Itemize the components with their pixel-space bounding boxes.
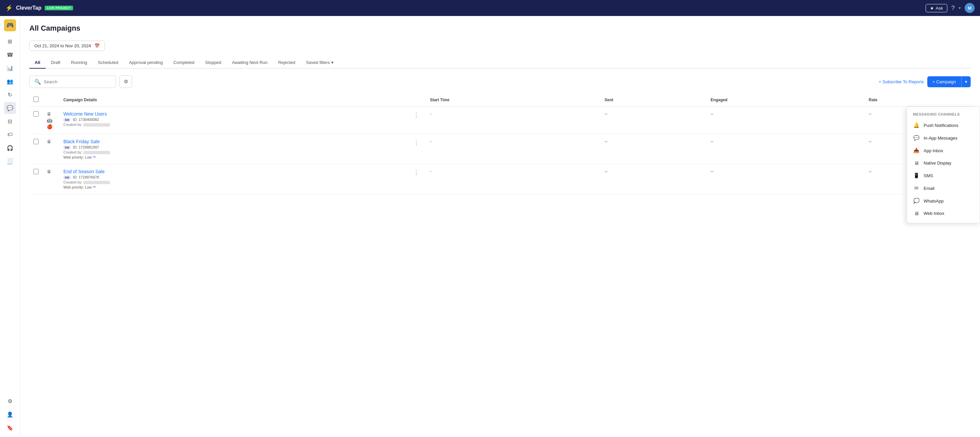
engaged-cell: -- bbox=[706, 106, 865, 134]
support-icon[interactable]: 🎧 bbox=[4, 142, 16, 154]
start-time-cell: - bbox=[426, 106, 601, 134]
campaign-created-by: Created by: bbox=[64, 123, 402, 127]
campaign-name-link[interactable]: End of Season Sale bbox=[64, 169, 402, 174]
tag-icon[interactable]: 🏷 bbox=[4, 128, 16, 141]
bookmark-icon[interactable]: 🔖 bbox=[4, 422, 16, 434]
tab-approval-pending[interactable]: Approval pending bbox=[124, 57, 168, 69]
people-icon[interactable]: 👤 bbox=[4, 408, 16, 420]
tab-all[interactable]: All bbox=[29, 57, 46, 69]
chart-icon[interactable]: 📊 bbox=[4, 62, 16, 74]
nav-chevron-button[interactable]: ▾ bbox=[959, 6, 961, 10]
row-menu-button[interactable]: ⋮ bbox=[410, 168, 422, 177]
web-inbox-item[interactable]: 🖥 Web Inbox bbox=[907, 207, 980, 220]
tab-scheduled[interactable]: Scheduled bbox=[92, 57, 123, 69]
row-checkbox[interactable] bbox=[33, 139, 39, 144]
campaign-name-link[interactable]: Welcome New Users bbox=[64, 111, 402, 117]
date-filter-label: Oct 21, 2024 to Nov 20, 2024 bbox=[34, 43, 91, 48]
search-actions-row: 🔍 ⚙ + Subscribe To Reports + Campaign ▾ bbox=[29, 75, 970, 88]
tab-rejected[interactable]: Rejected bbox=[273, 57, 301, 69]
sidebar-project-avatar[interactable]: 🎮 bbox=[4, 19, 16, 31]
tab-awaiting-next-run[interactable]: Awaiting Next Run bbox=[226, 57, 273, 69]
web-inbox-label: Web Inbox bbox=[924, 211, 944, 216]
settings-icon[interactable]: ⚙ bbox=[4, 395, 16, 407]
left-sidebar: 🎮 ⊞ ☎ 📊 👥 ↻ 💬 ⊟ 🏷 🎧 🧾 ⚙ 👤 🔖 bbox=[0, 16, 20, 437]
push-notifications-item[interactable]: 🔔 Push Notifications bbox=[907, 119, 980, 131]
campaign-dropdown-toggle[interactable]: ▾ bbox=[961, 76, 970, 87]
date-filter[interactable]: Oct 21, 2024 to Nov 20, 2024 📅 bbox=[29, 41, 105, 51]
sms-icon: 📱 bbox=[913, 173, 920, 179]
users-icon[interactable]: 👥 bbox=[4, 75, 16, 87]
refresh-icon[interactable]: ↻ bbox=[4, 89, 16, 101]
in-app-messages-icon: 💬 bbox=[913, 135, 920, 141]
subscribe-to-reports-button[interactable]: + Subscribe To Reports bbox=[878, 79, 924, 84]
dashboard-icon[interactable]: ⊞ bbox=[4, 35, 16, 47]
native-display-label: Native Display bbox=[924, 160, 951, 166]
add-campaign-button[interactable]: + Campaign bbox=[927, 76, 961, 87]
chevron-down-icon: ▾ bbox=[331, 60, 334, 65]
engaged-cell: -- bbox=[706, 134, 865, 164]
native-display-item[interactable]: 🖥 Native Display bbox=[907, 157, 980, 169]
sm-badge: SM bbox=[64, 176, 71, 179]
sent-cell: -- bbox=[601, 106, 707, 134]
ask-button[interactable]: ★ Ask bbox=[926, 4, 947, 12]
tab-completed[interactable]: Completed bbox=[168, 57, 200, 69]
web-inbox-icon: 🖥 bbox=[913, 211, 920, 216]
sms-label: SMS bbox=[924, 173, 933, 178]
email-icon: ✉ bbox=[913, 185, 920, 191]
apple-icon: 🍎 bbox=[47, 124, 56, 129]
phone-icon[interactable]: ☎ bbox=[4, 49, 16, 61]
campaigns-table: Campaign Details Start Time Sent Engaged… bbox=[29, 93, 970, 194]
whatsapp-icon: 💭 bbox=[913, 198, 920, 204]
campaign-name-link[interactable]: Black Friday Sale bbox=[64, 139, 402, 144]
filter-icon: ⚙ bbox=[124, 79, 128, 85]
rate-col-header: Rate bbox=[865, 93, 970, 106]
star-icon: ★ bbox=[930, 6, 934, 11]
search-input[interactable] bbox=[44, 79, 111, 84]
native-display-icon: 🖥 bbox=[913, 160, 920, 166]
search-box[interactable]: 🔍 bbox=[29, 76, 116, 88]
filter-button[interactable]: ⚙ bbox=[119, 75, 132, 88]
nav-right: ★ Ask ? ▾ M bbox=[926, 3, 975, 13]
tab-stopped[interactable]: Stopped bbox=[200, 57, 226, 69]
tab-saved-filters[interactable]: Saved filters ▾ bbox=[301, 57, 339, 69]
select-all-checkbox[interactable] bbox=[33, 97, 39, 102]
logo-icon: ⚡ bbox=[5, 4, 13, 12]
tab-running[interactable]: Running bbox=[66, 57, 92, 69]
channel-col-header bbox=[43, 93, 59, 106]
receipt-icon[interactable]: 🧾 bbox=[4, 155, 16, 167]
whatsapp-item[interactable]: 💭 WhatsApp bbox=[907, 195, 980, 207]
in-app-messages-item[interactable]: 💬 In-App Messages bbox=[907, 131, 980, 144]
android-icon: 🤖 bbox=[47, 117, 56, 123]
sidebar-bottom: ⚙ 👤 🔖 bbox=[4, 395, 16, 437]
messaging-channels-dropdown: Messaging Channels 🔔 Push Notifications … bbox=[907, 106, 980, 223]
help-button[interactable]: ? bbox=[951, 5, 955, 12]
whatsapp-label: WhatsApp bbox=[924, 198, 943, 204]
actions-col-header bbox=[407, 93, 426, 106]
search-icon: 🔍 bbox=[34, 79, 41, 85]
row-menu-button[interactable]: ⋮ bbox=[410, 110, 422, 120]
start-time-cell: - bbox=[426, 164, 601, 194]
layout-icon[interactable]: ⊟ bbox=[4, 115, 16, 127]
avatar[interactable]: M bbox=[965, 3, 975, 13]
sent-cell: -- bbox=[601, 134, 707, 164]
campaign-created-by: Created by: bbox=[64, 150, 402, 154]
edit-icon[interactable]: ✏ bbox=[93, 155, 96, 159]
page-title: All Campaigns bbox=[29, 24, 970, 33]
row-checkbox[interactable] bbox=[33, 111, 39, 117]
campaigns-icon[interactable]: 💬 bbox=[4, 102, 16, 114]
row-menu-button[interactable]: ⋮ bbox=[410, 138, 422, 147]
tab-draft[interactable]: Draft bbox=[46, 57, 66, 69]
engaged-col-header: Engaged bbox=[706, 93, 865, 106]
edit-icon[interactable]: ✏ bbox=[93, 185, 96, 189]
campaign-details-col-header: Campaign Details bbox=[59, 93, 407, 106]
monitor-icon: 🖥 bbox=[47, 111, 56, 117]
monitor-icon: 🖥 bbox=[47, 139, 56, 144]
saved-filters-label: Saved filters bbox=[306, 60, 330, 65]
channel-icons: 🖥 bbox=[47, 169, 56, 174]
row-checkbox[interactable] bbox=[33, 169, 39, 174]
sms-item[interactable]: 📱 SMS bbox=[907, 169, 980, 182]
campaign-created-by: Created by: bbox=[64, 180, 402, 184]
app-inbox-item[interactable]: 📥 App Inbox bbox=[907, 144, 980, 157]
table-body: 🖥 🤖 🍎 Welcome New Users SM ID: 173040008… bbox=[29, 106, 970, 194]
email-item[interactable]: ✉ Email bbox=[907, 182, 980, 195]
